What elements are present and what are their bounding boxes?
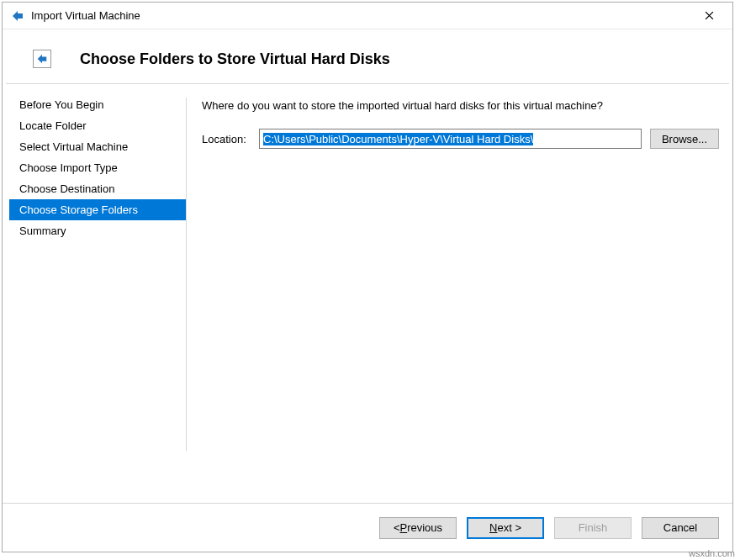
app-icon xyxy=(11,9,24,23)
location-row: Location: C:\Users\Public\Documents\Hype… xyxy=(202,129,719,149)
close-button[interactable] xyxy=(692,4,726,28)
wizard-header: Choose Folders to Store Virtual Hard Dis… xyxy=(3,29,732,83)
wizard-nav: Before You Begin Locate Folder Select Vi… xyxy=(9,94,186,493)
cancel-label: Cancel xyxy=(663,521,697,534)
nav-before-you-begin[interactable]: Before You Begin xyxy=(9,94,186,115)
watermark: wsxdn.com xyxy=(689,548,735,558)
nav-choose-destination[interactable]: Choose Destination xyxy=(9,178,186,199)
header-icon xyxy=(33,50,51,68)
location-label: Location: xyxy=(202,133,251,145)
prompt-text: Where do you want to store the imported … xyxy=(202,99,719,112)
finish-button: Finish xyxy=(554,517,632,539)
vertical-divider xyxy=(186,98,187,451)
nav-locate-folder[interactable]: Locate Folder xyxy=(9,115,186,136)
titlebar: Import Virtual Machine xyxy=(3,3,732,29)
wizard-body: Before You Begin Locate Folder Select Vi… xyxy=(3,84,732,503)
location-input[interactable]: C:\Users\Public\Documents\Hyper-V\Virtua… xyxy=(259,129,642,149)
finish-label: Finish xyxy=(579,521,608,534)
browse-button[interactable]: Browse... xyxy=(650,129,719,149)
nav-select-vm[interactable]: Select Virtual Machine xyxy=(9,136,186,157)
window-title: Import Virtual Machine xyxy=(31,9,692,22)
nav-choose-import-type[interactable]: Choose Import Type xyxy=(9,157,186,178)
browse-label: Browse... xyxy=(662,133,707,145)
cancel-button[interactable]: Cancel xyxy=(642,517,719,539)
page-title: Choose Folders to Store Virtual Hard Dis… xyxy=(80,50,390,68)
wizard-content: Where do you want to store the imported … xyxy=(202,94,719,493)
next-button[interactable]: Next > xyxy=(467,517,544,539)
wizard-window: Import Virtual Machine Choose Folders to… xyxy=(2,2,733,552)
nav-choose-storage-folders[interactable]: Choose Storage Folders xyxy=(9,199,186,220)
wizard-footer: < Previous Next > Finish Cancel xyxy=(3,503,732,552)
previous-button[interactable]: < Previous xyxy=(379,517,457,539)
nav-summary[interactable]: Summary xyxy=(9,220,186,241)
